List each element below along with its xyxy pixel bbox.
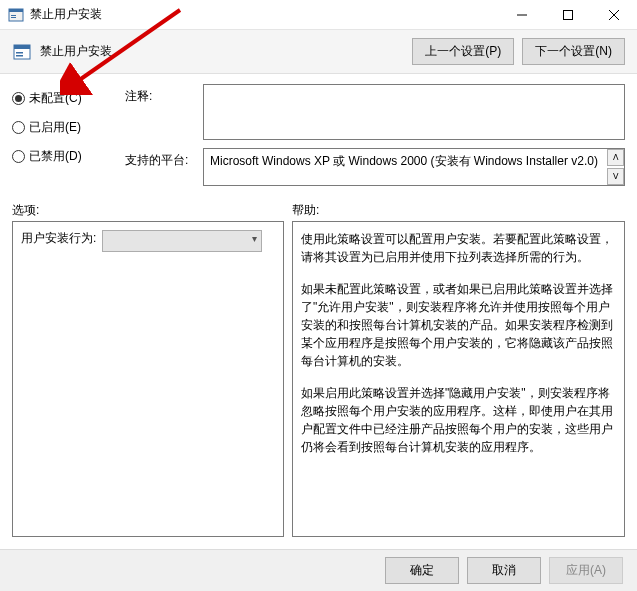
radio-icon (12, 150, 25, 163)
app-icon (8, 7, 24, 23)
svg-rect-5 (11, 17, 16, 18)
svg-rect-3 (9, 9, 23, 12)
config-section: 未配置(C) 已启用(E) 已禁用(D) 注释: 支持的平台: Microsof… (0, 74, 637, 196)
titlebar: 禁止用户安装 (0, 0, 637, 30)
svg-rect-7 (564, 11, 573, 20)
svg-rect-11 (14, 45, 30, 49)
platform-text: Microsoft Windows XP 或 Windows 2000 (安装有… (210, 154, 598, 168)
scroll-down-button[interactable]: ᐯ (607, 168, 624, 185)
close-button[interactable] (591, 0, 637, 30)
supported-platform-box: Microsoft Windows XP 或 Windows 2000 (安装有… (203, 148, 625, 186)
platform-label: 支持的平台: (125, 148, 195, 186)
bottom-bar: 确定 取消 应用(A) (0, 549, 637, 591)
radio-icon (12, 92, 25, 105)
radio-group: 未配置(C) 已启用(E) 已禁用(D) (12, 84, 117, 186)
behavior-dropdown[interactable] (102, 230, 262, 252)
radio-not-configured[interactable]: 未配置(C) (12, 90, 117, 107)
minimize-button[interactable] (499, 0, 545, 30)
panels: 用户安装行为: 使用此策略设置可以配置用户安装。若要配置此策略设置，请将其设置为… (0, 221, 637, 545)
radio-enabled[interactable]: 已启用(E) (12, 119, 117, 136)
help-paragraph: 如果启用此策略设置并选择"隐藏用户安装"，则安装程序将忽略按照每个用户安装的应用… (301, 384, 616, 456)
maximize-button[interactable] (545, 0, 591, 30)
options-panel: 用户安装行为: (12, 221, 284, 537)
svg-rect-12 (16, 52, 23, 54)
mid-labels: 选项: 帮助: (0, 196, 637, 221)
help-paragraph: 如果未配置此策略设置，或者如果已启用此策略设置并选择了"允许用户安装"，则安装程… (301, 280, 616, 370)
svg-rect-4 (11, 15, 16, 16)
next-setting-button[interactable]: 下一个设置(N) (522, 38, 625, 65)
radio-disabled[interactable]: 已禁用(D) (12, 148, 117, 165)
setting-icon (12, 42, 32, 62)
help-label: 帮助: (292, 202, 319, 219)
radio-icon (12, 121, 25, 134)
header-strip: 禁止用户安装 上一个设置(P) 下一个设置(N) (0, 30, 637, 74)
radio-label: 已启用(E) (29, 119, 81, 136)
cancel-button[interactable]: 取消 (467, 557, 541, 584)
svg-rect-13 (16, 55, 23, 57)
help-panel: 使用此策略设置可以配置用户安装。若要配置此策略设置，请将其设置为已启用并使用下拉… (292, 221, 625, 537)
radio-label: 已禁用(D) (29, 148, 82, 165)
scroll-up-button[interactable]: ᐱ (607, 149, 624, 166)
window-controls (499, 0, 637, 29)
radio-label: 未配置(C) (29, 90, 82, 107)
header-title: 禁止用户安装 (40, 43, 404, 60)
form-area: 注释: 支持的平台: Microsoft Windows XP 或 Window… (125, 84, 625, 186)
prev-setting-button[interactable]: 上一个设置(P) (412, 38, 514, 65)
comment-input[interactable] (203, 84, 625, 140)
behavior-label: 用户安装行为: (21, 230, 96, 247)
ok-button[interactable]: 确定 (385, 557, 459, 584)
comment-label: 注释: (125, 84, 195, 140)
apply-button[interactable]: 应用(A) (549, 557, 623, 584)
window-title: 禁止用户安装 (30, 6, 499, 23)
options-label: 选项: (12, 202, 292, 219)
help-paragraph: 使用此策略设置可以配置用户安装。若要配置此策略设置，请将其设置为已启用并使用下拉… (301, 230, 616, 266)
